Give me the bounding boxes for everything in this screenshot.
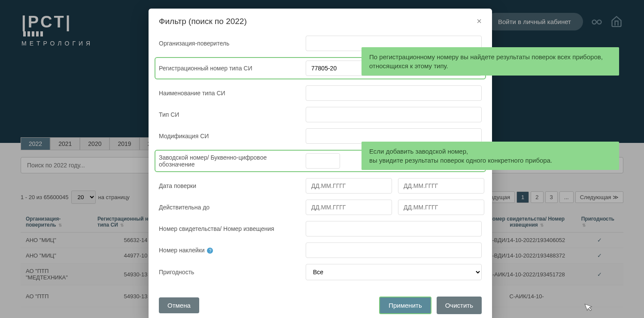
callout-factory: Если добавить заводской номер, вы увидит… bbox=[361, 142, 619, 170]
input-date-from[interactable] bbox=[306, 178, 392, 194]
label-mod: Модификация СИ bbox=[159, 133, 301, 139]
clear-button[interactable]: Очистить bbox=[437, 297, 482, 314]
input-date-to[interactable] bbox=[398, 178, 484, 194]
select-fitness[interactable]: Все bbox=[306, 264, 482, 280]
input-valid-to[interactable] bbox=[398, 200, 484, 215]
cancel-button[interactable]: Отмена bbox=[159, 297, 199, 313]
help-icon[interactable]: ? bbox=[207, 248, 213, 254]
input-type[interactable] bbox=[306, 107, 482, 122]
label-factory: Заводской номер/ Буквенно-цифровое обозн… bbox=[159, 154, 301, 168]
input-name[interactable] bbox=[306, 85, 482, 101]
label-name: Наименование типа СИ bbox=[159, 90, 301, 97]
input-cert[interactable] bbox=[306, 221, 482, 236]
input-valid-from[interactable] bbox=[306, 200, 392, 215]
modal-title: Фильтр (поиск по 2022) bbox=[159, 17, 247, 26]
label-sticker: Номер наклейки ? bbox=[159, 247, 301, 254]
label-reg: Регистрационный номер типа СИ bbox=[159, 65, 301, 72]
label-org: Организация-поверитель bbox=[159, 40, 301, 47]
input-sticker[interactable] bbox=[306, 242, 482, 258]
apply-button[interactable]: Применить bbox=[379, 297, 431, 314]
input-factory[interactable] bbox=[306, 153, 340, 169]
label-type: Тип СИ bbox=[159, 111, 301, 118]
label-fitness: Пригодность bbox=[159, 269, 301, 276]
label-valid: Действительна до bbox=[159, 204, 301, 211]
label-cert: Номер свидетельства/ Номер извещения bbox=[159, 225, 301, 232]
close-icon[interactable]: × bbox=[477, 16, 482, 26]
label-date-check: Дата поверки bbox=[159, 182, 301, 189]
callout-reg: По регистрационному номеру вы найдете ре… bbox=[361, 47, 619, 76]
